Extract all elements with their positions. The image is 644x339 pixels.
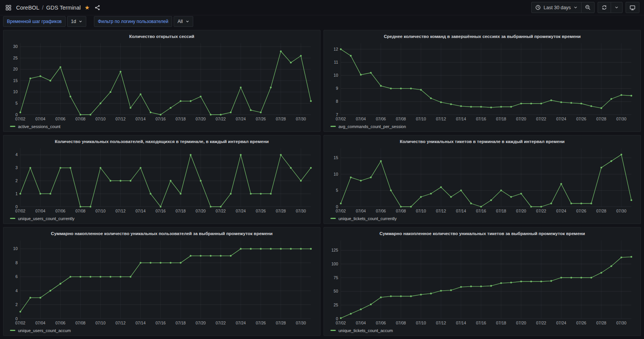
legend-item[interactable]: unique_tickets_count_accum: [328, 327, 637, 334]
svg-text:07/28: 07/28: [276, 321, 286, 325]
panel-unique-users-current: Количество уникальных пользователей, нах…: [3, 135, 320, 224]
chevron-down-icon: [614, 5, 619, 10]
svg-text:07/18: 07/18: [176, 209, 186, 213]
svg-text:07/16: 07/16: [156, 117, 166, 121]
breadcrumb-page[interactable]: GDS Terminal: [46, 5, 80, 11]
svg-text:07/20: 07/20: [196, 117, 205, 121]
svg-text:07/12: 07/12: [436, 321, 446, 325]
svg-text:07/02: 07/02: [336, 321, 346, 325]
svg-text:5: 5: [15, 101, 18, 105]
svg-text:10: 10: [334, 172, 338, 176]
svg-text:07/22: 07/22: [536, 117, 546, 121]
legend-item[interactable]: active_sessions_count: [7, 123, 316, 130]
legend-label: unique_users_count_currently: [18, 216, 74, 221]
svg-text:07/10: 07/10: [416, 321, 426, 325]
chart-canvas[interactable]: 07/0207/0407/0607/0807/1007/1207/1407/16…: [7, 145, 316, 215]
navbar-left: CoreBOL / GDS Terminal ★: [5, 4, 101, 12]
svg-text:07/26: 07/26: [256, 209, 266, 213]
svg-text:1: 1: [15, 191, 18, 196]
svg-text:0: 0: [15, 316, 18, 321]
svg-text:07/20: 07/20: [196, 321, 205, 325]
breadcrumb-app[interactable]: CoreBOL: [16, 5, 39, 11]
legend-item[interactable]: unique_users_count_accum: [7, 327, 316, 334]
legend-label: avg_commands_count_per_session: [338, 124, 406, 129]
panel-title[interactable]: Количество уникальных пользователей, нах…: [7, 138, 316, 145]
time-range-picker[interactable]: Last 30 days: [532, 2, 581, 13]
variable-time-step-value[interactable]: 1d: [67, 16, 86, 27]
panel-title[interactable]: Среднее количество команд в завершённых …: [328, 33, 637, 40]
dashboard-grid: Количество открытых сессий 07/0207/0407/…: [0, 28, 644, 339]
svg-text:9: 9: [336, 86, 338, 91]
svg-text:07/30: 07/30: [616, 321, 626, 325]
svg-text:07/26: 07/26: [256, 117, 266, 121]
unique-tickets-accum-chart[interactable]: 07/0207/0407/0607/0807/1007/1207/1407/16…: [328, 237, 637, 327]
panel-title[interactable]: Количество уникальных тикетов в терминал…: [328, 138, 637, 145]
chart-canvas[interactable]: 07/0207/0407/0607/0807/1007/1207/1407/16…: [328, 145, 637, 215]
variable-user-login-filter-value[interactable]: All: [174, 16, 193, 27]
svg-text:0: 0: [336, 204, 338, 209]
svg-text:07/22: 07/22: [216, 209, 226, 213]
variable-user-login-filter-label: Фильтр по логину пользователей: [94, 16, 172, 27]
open-sessions-chart[interactable]: 07/0207/0407/0607/0807/1007/1207/1407/16…: [7, 40, 316, 123]
unique-tickets-current-chart[interactable]: 07/0207/0407/0607/0807/1007/1207/1407/16…: [328, 145, 637, 215]
panel-title[interactable]: Суммарно накопленное количество уникальн…: [7, 230, 316, 237]
svg-text:07/14: 07/14: [136, 117, 146, 121]
svg-text:07/20: 07/20: [516, 321, 526, 325]
svg-text:07/30: 07/30: [296, 209, 306, 213]
svg-text:07/16: 07/16: [476, 117, 486, 121]
refresh-interval-dropdown[interactable]: [611, 2, 622, 13]
svg-text:8: 8: [15, 260, 18, 265]
panel-title[interactable]: Суммарно накопленное количество уникальн…: [328, 230, 637, 237]
zoom-out-button[interactable]: [581, 2, 594, 13]
svg-text:07/04: 07/04: [356, 321, 366, 325]
time-range-label: Last 30 days: [544, 5, 571, 10]
legend-item[interactable]: unique_users_count_currently: [7, 215, 316, 222]
svg-text:07/08: 07/08: [76, 117, 85, 121]
svg-text:07/20: 07/20: [516, 209, 526, 213]
svg-text:07/16: 07/16: [156, 209, 166, 213]
svg-text:07/14: 07/14: [136, 321, 146, 325]
navbar-right: Last 30 days: [531, 2, 639, 13]
navbar: CoreBOL / GDS Terminal ★ Last 30 days: [0, 0, 644, 15]
svg-text:07/10: 07/10: [416, 117, 426, 121]
avg-commands-chart[interactable]: 07/0207/0407/0607/0807/1007/1207/1407/16…: [328, 40, 637, 123]
legend-item[interactable]: avg_commands_count_per_session: [328, 123, 637, 130]
svg-text:10: 10: [13, 89, 18, 94]
svg-text:07/20: 07/20: [516, 117, 526, 121]
svg-text:07/24: 07/24: [236, 209, 246, 213]
refresh-button[interactable]: [598, 2, 611, 13]
svg-text:07/08: 07/08: [396, 117, 406, 121]
chart-canvas[interactable]: 07/0207/0407/0607/0807/1007/1207/1407/16…: [328, 40, 637, 123]
panel-unique-tickets-current: Количество уникальных тикетов в терминал…: [324, 135, 641, 224]
svg-text:07/26: 07/26: [576, 209, 586, 213]
chart-canvas[interactable]: 07/0207/0407/0607/0807/1007/1207/1407/16…: [7, 40, 316, 123]
dashboards-grid-icon[interactable]: [5, 4, 12, 12]
legend-item[interactable]: unique_tickets_count_currently: [328, 215, 637, 222]
chart-canvas[interactable]: 07/0207/0407/0607/0807/1007/1207/1407/16…: [328, 237, 637, 327]
svg-text:07/06: 07/06: [55, 117, 65, 121]
svg-text:0: 0: [15, 112, 18, 117]
panel-title[interactable]: Количество открытых сессий: [7, 33, 316, 40]
svg-text:07/24: 07/24: [556, 321, 566, 325]
unique-users-accum-chart[interactable]: 07/0207/0407/0607/0807/1007/1207/1407/16…: [7, 237, 316, 327]
unique-users-current-chart[interactable]: 07/0207/0407/0607/0807/1007/1207/1407/16…: [7, 145, 316, 215]
svg-text:10: 10: [334, 73, 338, 77]
svg-text:07/06: 07/06: [376, 209, 386, 213]
chart-canvas[interactable]: 07/0207/0407/0607/0807/1007/1207/1407/16…: [7, 237, 316, 327]
svg-text:2: 2: [15, 302, 18, 307]
svg-text:0: 0: [15, 204, 18, 209]
svg-text:07/18: 07/18: [496, 209, 506, 213]
svg-text:07/30: 07/30: [616, 209, 626, 213]
svg-text:07/02: 07/02: [336, 117, 346, 121]
chevron-down-icon: [186, 20, 189, 23]
favorite-star-icon[interactable]: ★: [84, 5, 89, 10]
svg-text:100: 100: [331, 262, 338, 266]
svg-text:30: 30: [13, 44, 18, 49]
svg-text:07/14: 07/14: [456, 321, 466, 325]
svg-text:07/16: 07/16: [476, 321, 486, 325]
svg-text:07/26: 07/26: [576, 321, 586, 325]
kiosk-mode-button[interactable]: [626, 2, 639, 13]
svg-text:3: 3: [15, 165, 18, 170]
kiosk-group: [626, 2, 639, 13]
share-icon[interactable]: [94, 4, 101, 12]
